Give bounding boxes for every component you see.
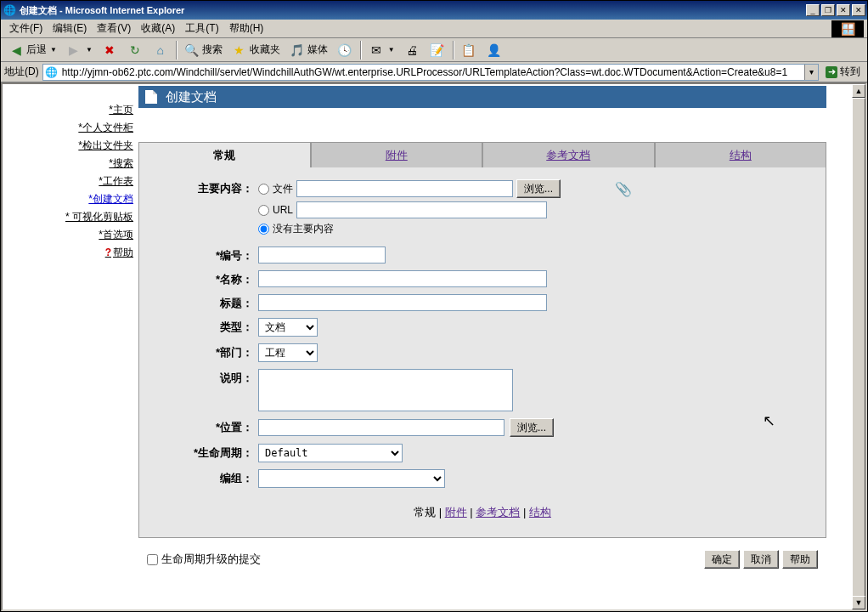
input-title[interactable] [258,294,547,311]
media-button[interactable]: 🎵媒体 [285,40,331,60]
select-type[interactable]: 文档 [258,318,318,337]
page-icon: 🌐 [45,65,59,79]
stop-button[interactable]: ✖ [98,40,121,60]
tab-attachment[interactable]: 附件 [311,142,483,167]
menu-edit[interactable]: 编辑(E) [48,20,92,37]
help-q-icon: ? [105,246,111,258]
go-label: 转到 [840,65,860,79]
bottom-tab-links: 常规 | 附件 | 参考文档 | 结构 [148,505,817,520]
forward-icon: ▶ [65,42,82,59]
form-area: 主要内容： 文件 浏览... 📎 [138,167,826,538]
document-icon [145,90,157,104]
home-button[interactable]: ⌂ [149,40,172,60]
search-button[interactable]: 🔍搜索 [180,40,226,60]
refresh-button[interactable]: ↻ [123,40,147,60]
attachment-icon[interactable]: 📎 [615,181,632,197]
select-dept[interactable]: 工程 [258,343,318,362]
ok-button[interactable]: 确定 [704,550,740,569]
close-button[interactable]: ✕ [852,4,865,16]
nav-personal-cabinet[interactable]: *个人文件柜 [3,119,133,137]
address-input[interactable] [60,65,804,80]
menu-view[interactable]: 查看(V) [92,20,136,37]
link-refdoc[interactable]: 参考文档 [476,506,520,518]
radio-none-label: 没有主要内容 [273,222,334,236]
label-primary-content: 主要内容： [148,179,258,196]
label-name: *名称： [148,270,258,287]
minimize-button[interactable]: _ [806,4,820,16]
history-button[interactable]: 🕓 [333,40,357,60]
nav-worksheet[interactable]: *工作表 [3,173,133,190]
checkbox-lifecycle-submit[interactable] [147,554,158,565]
menu-file[interactable]: 文件(F) [4,20,48,37]
menu-bar: 文件(F) 编辑(E) 查看(V) 收藏(A) 工具(T) 帮助(H) 🪟 [1,20,867,38]
radio-file[interactable] [258,184,269,195]
tab-refdoc[interactable]: 参考文档 [482,142,655,167]
radio-url-label: URL [273,204,293,216]
tab-structure[interactable]: 结构 [655,142,827,167]
select-group[interactable] [258,469,445,488]
input-number[interactable] [258,246,386,264]
back-label: 后退 [26,42,47,57]
discuss-button[interactable]: 📋 [457,40,481,60]
nav-create-document[interactable]: *创建文档 [3,190,133,208]
print-button[interactable]: 🖨 [400,40,424,60]
nav-search[interactable]: *搜索 [3,155,133,173]
browse-file-button[interactable]: 浏览... [516,179,561,198]
toolbar: ◀ 后退 ▼ ▶▼ ✖ ↻ ⌂ 🔍搜索 ★收藏夹 🎵媒体 🕓 ✉▼ 🖨 📝 📋 … [1,38,867,62]
address-label: 地址(D) [4,65,39,79]
label-location: *位置： [148,418,258,435]
help-button[interactable]: 帮助 [782,550,818,569]
close-ext-button[interactable]: ✕ [837,4,850,16]
mail-icon: ✉ [368,42,385,59]
nav-help[interactable]: ?帮助 [3,244,133,262]
media-icon: 🎵 [289,42,306,59]
vertical-scrollbar[interactable]: ▲ ▼ [852,84,865,609]
restore-button[interactable]: ❐ [821,4,835,16]
favorites-button[interactable]: ★收藏夹 [228,40,284,60]
menu-favorites[interactable]: 收藏(A) [136,20,180,37]
label-number: *编号： [148,246,258,264]
input-name[interactable] [258,270,547,287]
history-icon: 🕓 [336,42,353,59]
address-bar: 地址(D) 🌐 ▾ ➜ 转到 [1,62,867,82]
label-dept: *部门： [148,343,258,360]
nav-preferences[interactable]: *首选项 [3,226,133,244]
ie-icon: 🌐 [3,3,16,17]
scroll-thumb[interactable] [852,98,865,599]
address-dropdown-icon[interactable]: ▾ [804,65,818,80]
label-desc: 说明： [148,369,258,386]
menu-tools[interactable]: 工具(T) [180,20,223,37]
nav-home[interactable]: *主页 [3,101,133,119]
nav-clipboard[interactable]: * 可视化剪贴板 [3,208,133,226]
scroll-up-icon[interactable]: ▲ [852,84,865,98]
link-structure[interactable]: 结构 [529,506,551,518]
radio-url[interactable] [258,205,269,216]
side-nav: *主页 *个人文件柜 *检出文件夹 *搜索 *工作表 *创建文档 * 可视化剪贴… [3,86,138,581]
input-url[interactable] [296,201,547,218]
go-arrow-icon: ➜ [826,66,837,78]
browse-location-button[interactable]: 浏览... [510,418,554,437]
link-attachment[interactable]: 附件 [445,506,467,518]
input-location[interactable] [258,419,504,436]
select-lifecycle[interactable]: Default [258,444,403,462]
radio-none[interactable] [258,224,269,235]
stop-icon: ✖ [101,42,118,59]
label-type: 类型： [148,318,258,335]
cancel-button[interactable]: 取消 [743,550,779,569]
mail-button[interactable]: ✉▼ [364,40,398,60]
edit-button[interactable]: 📝 [426,40,449,60]
address-input-wrap[interactable]: 🌐 ▾ [42,64,819,81]
scroll-down-icon[interactable]: ▼ [852,596,865,609]
menu-help[interactable]: 帮助(H) [224,20,269,37]
messenger-button[interactable]: 👤 [482,40,506,60]
input-file[interactable] [296,180,513,197]
textarea-desc[interactable] [258,369,513,411]
forward-button[interactable]: ▶▼ [62,40,96,60]
go-button[interactable]: ➜ 转到 [822,65,864,79]
tab-general[interactable]: 常规 [138,142,311,167]
nav-checkout-folder[interactable]: *检出文件夹 [3,137,133,155]
page-header: 创建文档 [138,86,826,108]
refresh-icon: ↻ [127,42,144,59]
back-button[interactable]: ◀ 后退 ▼ [4,40,60,60]
back-icon: ◀ [8,42,25,59]
